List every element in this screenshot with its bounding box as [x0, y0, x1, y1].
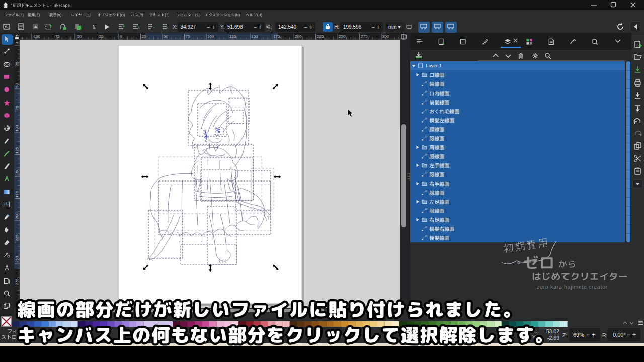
svg-text:125: 125 — [15, 147, 19, 154]
svg-text:275: 275 — [361, 34, 368, 39]
svg-text:175: 175 — [273, 34, 280, 39]
svg-text:50: 50 — [15, 83, 19, 88]
svg-text:0: 0 — [15, 42, 19, 44]
svg-text:-25: -25 — [98, 34, 104, 39]
svg-text:25: 25 — [142, 34, 146, 39]
svg-text:-50: -50 — [76, 34, 82, 39]
svg-text:225: 225 — [317, 34, 324, 39]
svg-text:125: 125 — [229, 34, 236, 39]
svg-text:-100: -100 — [32, 34, 41, 39]
svg-text:50: 50 — [164, 34, 168, 39]
svg-text:225: 225 — [15, 234, 19, 241]
svg-text:275: 275 — [15, 278, 19, 285]
svg-text:-75: -75 — [54, 34, 60, 39]
svg-text:175: 175 — [15, 191, 19, 198]
svg-text:100: 100 — [15, 125, 19, 132]
svg-text:0: 0 — [120, 34, 122, 39]
svg-text:75: 75 — [186, 34, 190, 39]
svg-text:200: 200 — [15, 212, 19, 219]
svg-text:25: 25 — [15, 62, 19, 66]
svg-text:75: 75 — [15, 106, 19, 110]
svg-text:150: 150 — [15, 168, 19, 175]
svg-text:250: 250 — [15, 256, 19, 263]
